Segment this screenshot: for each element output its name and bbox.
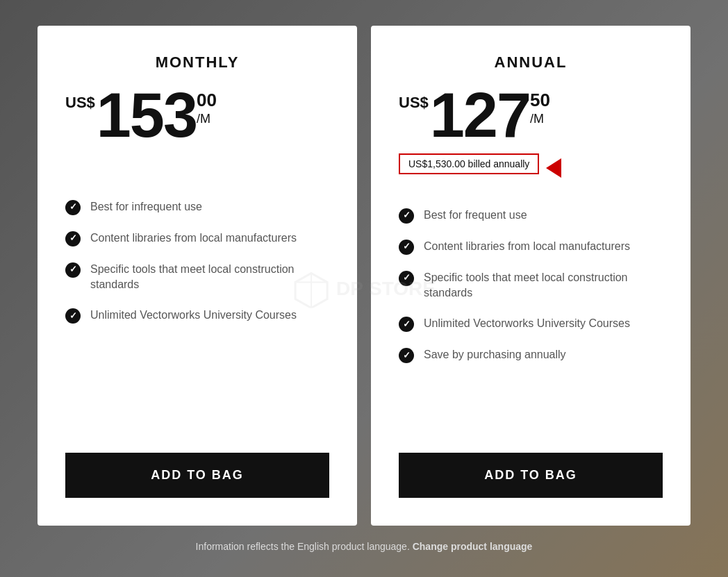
annual-check-icon-2 xyxy=(399,240,414,255)
monthly-price-decimal: 00 xyxy=(197,91,217,109)
annual-feature-4: Unlimited Vectorworks University Courses xyxy=(399,316,663,332)
check-icon-3 xyxy=(65,262,81,278)
red-arrow-icon xyxy=(546,158,561,178)
annual-feature-1-text: Best for frequent use xyxy=(424,208,527,223)
footer-text: Information reflects the English product… xyxy=(196,541,533,552)
annual-features-list: Best for frequent use Content libraries … xyxy=(399,208,663,432)
check-icon-1 xyxy=(65,200,81,215)
annual-feature-1: Best for frequent use xyxy=(399,208,663,224)
monthly-add-to-bag-button[interactable]: ADD TO BAG xyxy=(65,453,329,498)
check-icon-4 xyxy=(65,308,81,324)
monthly-title: MONTHLY xyxy=(65,53,329,72)
annual-price-decimal: 50 xyxy=(530,91,550,109)
annual-feature-3: Specific tools that meet local construct… xyxy=(399,270,663,301)
annual-price-decimal-group: 50 /M xyxy=(530,91,550,126)
annual-price-per: /M xyxy=(530,112,550,126)
monthly-feature-3: Specific tools that meet local construct… xyxy=(65,262,329,293)
monthly-feature-1-text: Best for infrequent use xyxy=(90,199,202,215)
monthly-spacer xyxy=(65,149,329,185)
monthly-feature-2-text: Content libraries from local manufacture… xyxy=(90,231,297,246)
annual-check-icon-4 xyxy=(399,317,414,332)
annual-check-icon-5 xyxy=(399,348,414,363)
pricing-cards-row: MONTHLY US$ 153 00 /M Best for infrequen… xyxy=(24,26,704,526)
annual-check-icon-3 xyxy=(399,271,414,286)
change-product-language-link[interactable]: Change product language xyxy=(413,541,533,552)
footer-static-text: Information reflects the English product… xyxy=(196,541,410,552)
annual-card: ANNUAL US$ 127 50 /M US$1,530.00 billed … xyxy=(371,26,690,526)
annual-feature-4-text: Unlimited Vectorworks University Courses xyxy=(424,316,630,331)
billed-arrow-row: US$1,530.00 billed annually xyxy=(399,149,663,187)
check-icon-2 xyxy=(65,231,81,246)
monthly-feature-4-text: Unlimited Vectorworks University Courses xyxy=(90,308,297,323)
annual-feature-5-text: Save by purchasing annually xyxy=(424,347,566,362)
monthly-currency: US$ xyxy=(65,94,95,112)
monthly-price-per: /M xyxy=(197,112,217,126)
monthly-price-main: 153 xyxy=(97,84,197,147)
monthly-card: MONTHLY US$ 153 00 /M Best for infrequen… xyxy=(38,26,357,526)
annual-price-row: US$ 127 50 /M xyxy=(399,84,663,147)
monthly-feature-1: Best for infrequent use xyxy=(65,199,329,215)
annual-feature-3-text: Specific tools that meet local construct… xyxy=(424,270,663,301)
monthly-features-list: Best for infrequent use Content librarie… xyxy=(65,199,329,432)
monthly-price-row: US$ 153 00 /M xyxy=(65,84,329,147)
monthly-price-decimal-group: 00 /M xyxy=(197,91,217,126)
page-container: MONTHLY US$ 153 00 /M Best for infrequen… xyxy=(0,0,728,577)
monthly-feature-4: Unlimited Vectorworks University Courses xyxy=(65,308,329,324)
annual-check-icon-1 xyxy=(399,208,414,224)
annual-add-to-bag-button[interactable]: ADD TO BAG xyxy=(399,453,663,498)
annual-feature-5: Save by purchasing annually xyxy=(399,347,663,363)
annual-title: ANNUAL xyxy=(399,53,663,72)
annual-feature-2-text: Content libraries from local manufacture… xyxy=(424,239,630,254)
monthly-feature-3-text: Specific tools that meet local construct… xyxy=(90,262,329,293)
annual-price-main: 127 xyxy=(430,84,530,147)
billed-annually-badge: US$1,530.00 billed annually xyxy=(399,153,539,174)
monthly-feature-2: Content libraries from local manufacture… xyxy=(65,231,329,246)
annual-feature-2: Content libraries from local manufacture… xyxy=(399,239,663,255)
annual-currency: US$ xyxy=(399,94,429,112)
